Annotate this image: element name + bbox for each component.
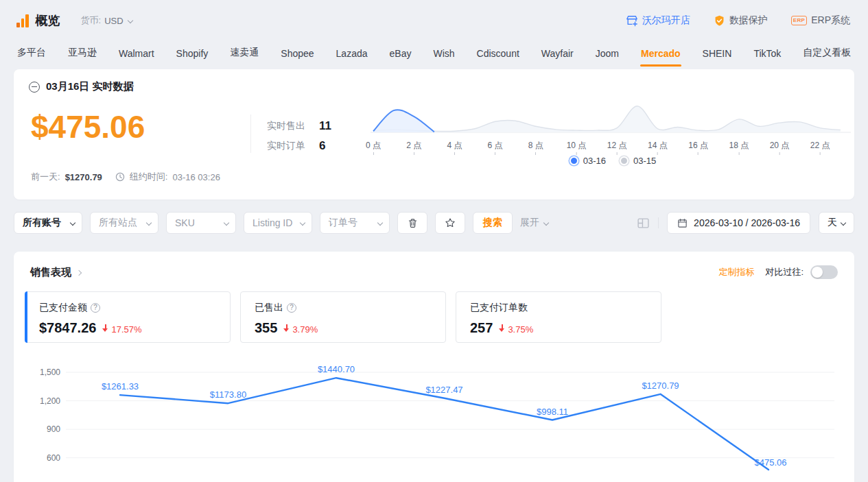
svg-text:$1440.70: $1440.70 (318, 364, 355, 374)
realtime-amount: $475.06 (31, 108, 145, 145)
search-button[interactable]: 搜索 (473, 212, 513, 234)
realtime-sold-stat: 实时售出 11 (267, 119, 331, 134)
help-icon[interactable]: ? (91, 303, 100, 313)
prev-day-value: $1270.79 (65, 172, 102, 182)
sparkline-x-axis: 0 点2 点4 点6 点8 点10 点12 点14 点16 点18 点20 点2… (371, 140, 855, 152)
ny-time-value: 03-16 03:26 (172, 172, 220, 182)
trash-icon (408, 218, 418, 228)
walmart-open-store-link[interactable]: 沃尔玛开店 (626, 14, 690, 27)
tab-多平台[interactable]: 多平台 (16, 43, 47, 67)
platform-tabs: 多平台亚马逊WalmartShopify速卖通ShopeeLazadaeBayW… (0, 41, 868, 67)
sparkline-tick-label: 4 点 (447, 140, 462, 155)
svg-text:$1173.80: $1173.80 (210, 389, 246, 400)
sales-section-title[interactable]: 销售表现 (30, 266, 81, 279)
tab-Mercado[interactable]: Mercado (640, 44, 681, 67)
layout-panel-icon[interactable] (637, 217, 650, 230)
account-select[interactable]: 所有账号 (14, 212, 82, 234)
filter-toolbar: 所有账号 所有站点 SKU Listing ID 订单号 搜索 展开 (14, 212, 854, 234)
chevron-down-icon (127, 18, 132, 23)
tab-自定义看板[interactable]: 自定义看板 (802, 43, 852, 67)
tab-Cdiscount[interactable]: Cdiscount (476, 44, 520, 67)
custom-metrics-link[interactable]: 定制指标 (718, 266, 754, 278)
currency-selector[interactable]: 货币: USD (81, 14, 132, 27)
sparkline-tick-label: 20 点 (770, 140, 790, 155)
metric-card-paid-amount[interactable]: 已支付金额 ? $7847.26 17.57% (25, 291, 231, 343)
svg-text:1,200: 1,200 (40, 396, 60, 406)
shield-check-icon (714, 15, 725, 27)
svg-text:$1227.47: $1227.47 (425, 385, 462, 395)
line-chart: 6009001,2001,500$1261.33$1173.80$1440.70… (25, 361, 843, 482)
tab-亚马逊[interactable]: 亚马逊 (67, 43, 97, 67)
clear-filters-button[interactable] (397, 212, 427, 234)
sparkline-tick-label: 16 点 (688, 140, 708, 155)
divider (658, 217, 659, 228)
clock-icon (115, 172, 125, 182)
metric-card-paid-orders[interactable]: 已支付订单数 257 3.75% (456, 291, 661, 343)
sku-select[interactable]: SKU (166, 212, 236, 234)
app-logo-icon (16, 14, 29, 27)
ny-time-label: 纽约时间: (130, 171, 168, 183)
divider (250, 115, 251, 153)
tab-Shopify[interactable]: Shopify (176, 44, 209, 67)
favorite-filter-button[interactable] (435, 212, 465, 234)
down-arrow-icon (499, 324, 505, 333)
svg-text:$475.06: $475.06 (755, 457, 787, 468)
tab-Wish[interactable]: Wish (432, 44, 455, 67)
sales-trend-chart: 6009001,2001,500$1261.33$1173.80$1440.70… (25, 361, 843, 482)
realtime-hourly-chart: 0 点2 点4 点6 点8 点10 点12 点14 点16 点18 点20 点2… (371, 98, 855, 166)
star-icon (445, 217, 456, 228)
svg-text:$998.11: $998.11 (537, 407, 568, 417)
down-arrow-icon (283, 324, 290, 333)
svg-text:1,500: 1,500 (40, 367, 60, 377)
down-arrow-icon (102, 324, 108, 333)
tab-Joom[interactable]: Joom (595, 44, 620, 67)
sparkline-legend: 03-1603-15 (371, 156, 855, 166)
realtime-orders-stat: 实时订单 6 (267, 138, 331, 154)
page-title: 概览 (36, 12, 60, 29)
granularity-select[interactable]: 天 (819, 212, 854, 234)
sparkline-tick-label: 14 点 (648, 140, 668, 155)
radio-icon (570, 156, 578, 165)
tab-Walmart[interactable]: Walmart (118, 44, 155, 67)
sparkline-tick-label: 18 点 (729, 140, 749, 155)
top-bar: 概览 货币: USD 沃尔玛开店 数据保护 ERP ERP系统 (0, 0, 868, 41)
svg-text:600: 600 (47, 453, 60, 463)
tab-Lazada[interactable]: Lazada (336, 44, 368, 67)
radio-icon (620, 156, 629, 165)
compare-past-label: 对比过往: (765, 266, 804, 278)
listing-id-select[interactable]: Listing ID (244, 212, 312, 234)
legend-item-03-15[interactable]: 03-15 (620, 156, 656, 166)
legend-item-03-16[interactable]: 03-16 (570, 156, 606, 166)
tab-eBay[interactable]: eBay (389, 44, 412, 67)
calendar-icon (677, 218, 688, 228)
sparkline-chart (371, 98, 855, 138)
storefront-plus-icon (626, 14, 638, 27)
sparkline-tick-label: 12 点 (607, 140, 627, 155)
tab-SHEIN[interactable]: SHEIN (702, 44, 733, 67)
data-protection-link[interactable]: 数据保护 (714, 14, 768, 27)
sparkline-tick-label: 22 点 (810, 140, 830, 155)
date-range-picker[interactable]: 2026-03-10 / 2026-03-16 (667, 212, 810, 234)
help-icon[interactable]: ? (287, 303, 296, 313)
svg-text:$1261.33: $1261.33 (102, 381, 139, 391)
erp-badge-icon: ERP (791, 16, 807, 25)
sparkline-tick-label: 10 点 (567, 140, 587, 155)
tab-Wayfair[interactable]: Wayfair (541, 44, 574, 67)
compare-past-toggle[interactable] (810, 265, 838, 279)
tab-速卖通[interactable]: 速卖通 (229, 43, 259, 67)
svg-text:900: 900 (47, 424, 60, 434)
sparkline-tick-label: 8 点 (528, 140, 543, 155)
site-select[interactable]: 所有站点 (90, 212, 159, 234)
currency-label: 货币: (81, 14, 102, 27)
sparkline-tick-label: 2 点 (406, 140, 421, 155)
tab-Shopee[interactable]: Shopee (280, 44, 314, 67)
tab-TikTok[interactable]: TikTok (753, 44, 782, 67)
order-number-select[interactable]: 订单号 (320, 212, 390, 234)
realtime-data-card: 03月16日 实时数据 $475.06 实时售出 11 实时订单 6 前一天: … (14, 69, 854, 200)
expand-filters-toggle[interactable]: 展开 (520, 217, 548, 229)
metric-card-units-sold[interactable]: 已售出 ? 355 3.79% (240, 291, 446, 343)
erp-system-link[interactable]: ERP ERP系统 (791, 14, 850, 27)
sparkline-tick-label: 6 点 (488, 140, 503, 155)
collapse-icon[interactable] (29, 82, 40, 93)
currency-value: USD (104, 16, 123, 26)
